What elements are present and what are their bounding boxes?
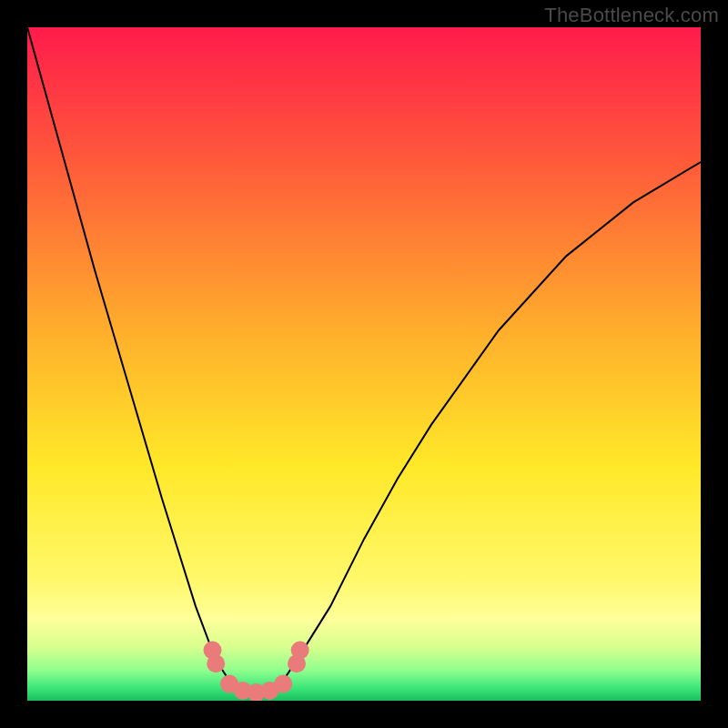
chart-frame: TheBottleneck.com bbox=[0, 0, 728, 728]
highlight-dot bbox=[274, 675, 292, 693]
watermark-text: TheBottleneck.com bbox=[544, 4, 719, 27]
highlight-dot bbox=[207, 654, 225, 672]
bottleneck-chart bbox=[27, 27, 701, 701]
highlight-dot bbox=[291, 642, 309, 660]
gradient-backdrop bbox=[27, 27, 701, 701]
